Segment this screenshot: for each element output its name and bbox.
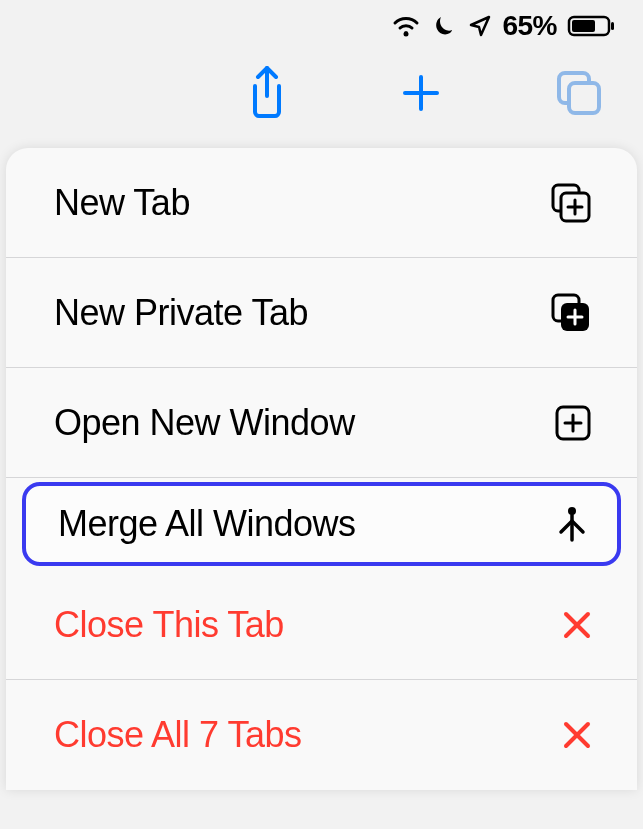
menu-item-label: Merge All Windows — [58, 503, 555, 545]
share-button[interactable] — [245, 66, 289, 120]
menu-item-open-new-window[interactable]: Open New Window — [6, 368, 637, 478]
merge-icon — [555, 504, 589, 544]
new-private-tab-icon — [549, 291, 593, 335]
context-menu: New Tab New Private Tab Open New Window — [6, 148, 637, 790]
close-icon — [561, 719, 593, 751]
battery-percent: 65% — [502, 10, 557, 42]
add-button[interactable] — [399, 71, 443, 115]
svg-rect-3 — [611, 22, 614, 30]
svg-rect-5 — [569, 83, 599, 113]
status-bar: 65% — [0, 0, 643, 48]
close-icon — [561, 609, 593, 641]
menu-item-merge-all-windows[interactable]: Merge All Windows — [22, 482, 621, 566]
location-icon — [468, 14, 492, 38]
menu-item-label: Open New Window — [54, 402, 553, 444]
tabs-button[interactable] — [553, 67, 605, 119]
battery-icon — [567, 14, 615, 38]
new-window-icon — [553, 403, 593, 443]
svg-rect-2 — [572, 20, 595, 32]
toolbar — [0, 48, 643, 148]
menu-item-close-this-tab[interactable]: Close This Tab — [6, 570, 637, 680]
menu-item-new-tab[interactable]: New Tab — [6, 148, 637, 258]
menu-item-label: Close All 7 Tabs — [54, 714, 561, 756]
moon-icon — [432, 13, 458, 39]
menu-item-new-private-tab[interactable]: New Private Tab — [6, 258, 637, 368]
svg-point-0 — [404, 32, 409, 37]
menu-item-label: New Private Tab — [54, 292, 549, 334]
menu-item-label: New Tab — [54, 182, 549, 224]
menu-item-close-all-tabs[interactable]: Close All 7 Tabs — [6, 680, 637, 790]
menu-item-label: Close This Tab — [54, 604, 561, 646]
wifi-icon — [390, 14, 422, 38]
new-tab-icon — [549, 181, 593, 225]
